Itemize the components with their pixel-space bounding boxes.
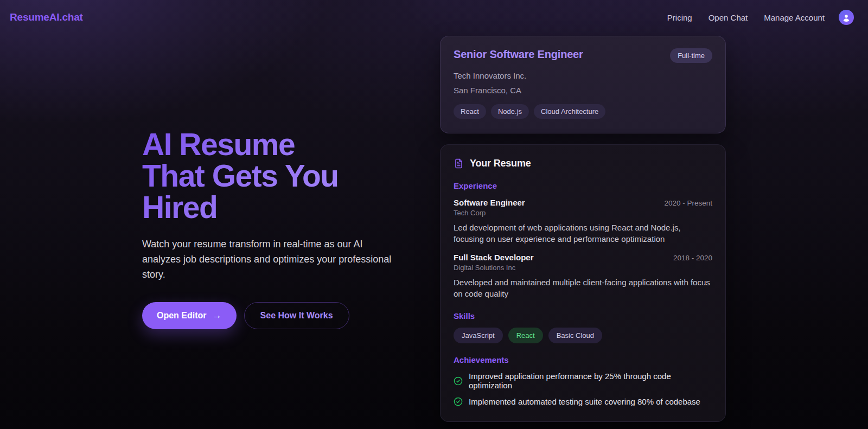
job-tag: Cloud Architecture (534, 104, 605, 119)
user-icon (841, 12, 851, 22)
resume-card-header: Your Resume (454, 158, 712, 169)
achievement-item: Implemented automated testing suite cove… (454, 397, 712, 406)
job-type-badge: Full-time (670, 48, 712, 63)
achievement-item: Improved application performance by 25% … (454, 372, 712, 390)
skill-pill-highlighted: React (508, 328, 543, 343)
job-location: San Francisco, CA (454, 86, 712, 95)
experience-period: 2020 - Present (664, 199, 712, 207)
experience-company: Tech Corp (454, 209, 712, 217)
resume-preview-card: Your Resume Experience Software Engineer… (440, 144, 726, 422)
experience-entry-header: Software Engineer 2020 - Present (454, 198, 712, 207)
experience-description: Led development of web applications usin… (454, 222, 712, 245)
hero-cta-group: Open Editor → See How It Works (142, 302, 392, 329)
job-tag: React (454, 104, 486, 119)
experience-description: Developed and maintained multiple client… (454, 277, 712, 300)
arrow-right-icon: → (213, 310, 222, 321)
experience-role: Full Stack Developer (454, 253, 534, 262)
document-icon (454, 158, 464, 169)
experience-period: 2018 - 2020 (673, 254, 712, 262)
account-avatar-button[interactable] (839, 10, 854, 25)
skills-section: Skills JavaScript React Basic Cloud (454, 311, 712, 343)
see-how-it-works-label: See How It Works (260, 311, 333, 321)
experience-heading: Experience (454, 181, 712, 190)
main-content: AI ResumeThat Gets YouHired Watch your r… (142, 36, 726, 422)
see-how-it-works-button[interactable]: See How It Works (244, 302, 349, 329)
skills-heading: Skills (454, 311, 712, 321)
experience-entry-header: Full Stack Developer 2018 - 2020 (454, 253, 712, 262)
hero-title-line-3: Hired (142, 191, 392, 223)
achievements-heading: Achievements (454, 355, 712, 364)
top-nav: Pricing Open Chat Manage Account (667, 10, 854, 25)
experience-company: Digital Solutions Inc (454, 264, 712, 272)
check-circle-icon (454, 376, 463, 386)
experience-entry: Software Engineer 2020 - Present Tech Co… (454, 198, 712, 245)
hero-title: AI ResumeThat Gets YouHired (142, 129, 392, 223)
achievements-section: Achievements Improved application perfor… (454, 355, 712, 406)
nav-link-pricing[interactable]: Pricing (667, 13, 692, 22)
skills-list: JavaScript React Basic Cloud (454, 328, 712, 343)
job-tag: Node.js (491, 104, 529, 119)
experience-entry: Full Stack Developer 2018 - 2020 Digital… (454, 253, 712, 300)
hero-section: AI ResumeThat Gets YouHired Watch your r… (142, 129, 392, 329)
resume-card-title: Your Resume (470, 158, 531, 169)
job-title: Senior Software Engineer (454, 48, 583, 61)
job-tags: React Node.js Cloud Architecture (454, 104, 712, 119)
header: ResumeAI.chat Pricing Open Chat Manage A… (0, 0, 868, 35)
job-card-header: Senior Software Engineer Full-time (454, 48, 712, 63)
skill-pill: Basic Cloud (548, 328, 602, 343)
nav-link-open-chat[interactable]: Open Chat (709, 13, 748, 22)
brand-logo[interactable]: ResumeAI.chat (10, 11, 83, 23)
skill-pill: JavaScript (454, 328, 503, 343)
experience-section: Experience Software Engineer 2020 - Pres… (454, 181, 712, 299)
hero-title-line-2: That Gets You (142, 160, 392, 191)
achievement-text: Improved application performance by 25% … (469, 372, 712, 390)
nav-link-manage-account[interactable]: Manage Account (764, 13, 825, 22)
check-circle-icon (454, 397, 463, 406)
hero-subtitle: Watch your resume transform in real-time… (142, 237, 392, 283)
experience-role: Software Engineer (454, 198, 525, 207)
achievement-text: Implemented automated testing suite cove… (469, 397, 700, 406)
preview-column: Senior Software Engineer Full-time Tech … (440, 36, 726, 422)
job-posting-card: Senior Software Engineer Full-time Tech … (440, 36, 726, 133)
hero-title-line-1: AI Resume (142, 129, 392, 160)
open-editor-button[interactable]: Open Editor → (142, 302, 237, 329)
open-editor-label: Open Editor (157, 311, 207, 321)
job-company: Tech Innovators Inc. (454, 71, 712, 80)
